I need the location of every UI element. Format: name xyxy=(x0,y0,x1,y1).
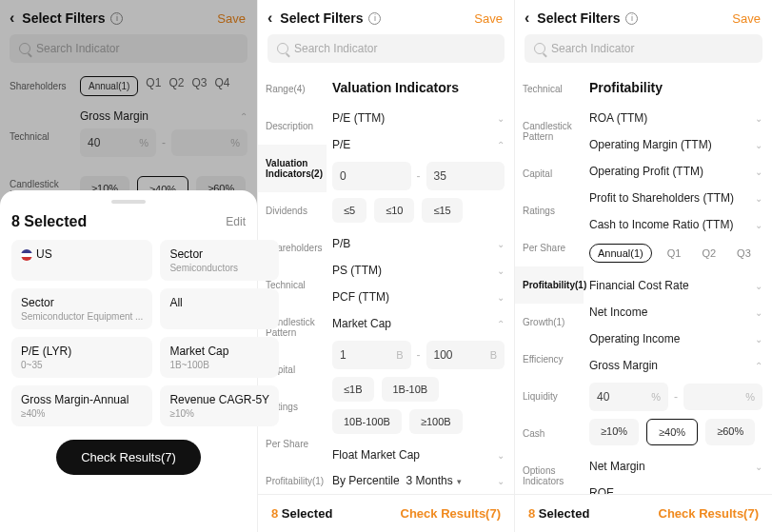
info-icon[interactable]: i xyxy=(625,12,638,25)
chevron-down-icon xyxy=(497,113,505,124)
indicator-net-income[interactable]: Net Income xyxy=(589,299,762,325)
filter-card[interactable]: All xyxy=(160,288,279,329)
sidebar-item-candlestick[interactable]: Candlestick Pattern xyxy=(515,108,584,155)
filter-card[interactable]: US xyxy=(11,240,152,281)
sidebar-item-efficiency[interactable]: Efficiency xyxy=(515,341,584,378)
indicator-profit-sh[interactable]: Profit to Shareholders (TTM) xyxy=(589,185,762,211)
chevron-down-icon xyxy=(497,239,505,249)
pe-to-input[interactable]: 35 xyxy=(426,162,505,190)
indicator-pcf[interactable]: PCF (TTM) xyxy=(332,284,505,310)
sidebar-item-dividends[interactable]: Dividends xyxy=(258,192,327,229)
gm-to-input[interactable]: % xyxy=(683,384,762,410)
indicator-roa[interactable]: ROA (TTM) xyxy=(589,105,762,131)
indicator-roe[interactable]: ROE xyxy=(589,480,762,494)
mcap-to-input[interactable]: 100B xyxy=(426,341,505,369)
period-q2[interactable]: Q2 xyxy=(696,244,722,263)
check-results-button[interactable]: Check Results(7) xyxy=(659,506,759,521)
mcap-chip-10-100b[interactable]: 10B-100B xyxy=(332,409,402,434)
save-button[interactable]: Save xyxy=(732,11,761,26)
mcap-chip-100b[interactable]: ≥100B xyxy=(409,409,463,434)
sidebar-item-growth[interactable]: Growth(1) xyxy=(515,304,584,341)
chevron-down-icon xyxy=(497,476,505,486)
sidebar-item-pershare[interactable]: Per Share xyxy=(258,425,327,463)
mcap-chip-1b[interactable]: ≤1B xyxy=(332,377,374,402)
sidebar-item-profitability[interactable]: Profitability(1) xyxy=(258,463,327,494)
info-icon[interactable]: i xyxy=(368,12,381,25)
back-icon[interactable]: ‹ xyxy=(525,10,529,27)
filter-card[interactable]: SectorSemiconductors xyxy=(160,240,279,281)
sidebar-item-liquidity[interactable]: Liquidity xyxy=(515,378,584,415)
sheet-title: 8 Selected xyxy=(11,213,87,230)
indicator-marketcap[interactable]: Market Cap xyxy=(332,310,505,337)
indicator-op-margin[interactable]: Operating Margin (TTM) xyxy=(589,131,762,158)
page-title: Select Filters xyxy=(537,10,620,26)
footer-selected[interactable]: 8 Selected xyxy=(271,506,332,521)
gm-from-input[interactable]: 40% xyxy=(589,383,668,411)
filter-card[interactable]: Gross Margin-Annual≥40% xyxy=(11,385,152,426)
search-input[interactable]: Search Indicator xyxy=(267,34,505,63)
mcap-from-input[interactable]: 1B xyxy=(332,341,411,369)
gm-chip-60[interactable]: ≥60% xyxy=(705,419,755,445)
by-percentile-row[interactable]: By Percentile 3 Months▾ xyxy=(332,468,505,493)
search-icon xyxy=(534,43,545,54)
mcap-chip-1-10b[interactable]: 1B-10B xyxy=(382,377,440,402)
check-results-button[interactable]: Check Results(7) xyxy=(56,440,201,475)
indicator-net-margin[interactable]: Net Margin xyxy=(589,453,762,480)
indicator-cash-income[interactable]: Cash to Income Ratio (TTM) xyxy=(589,211,762,238)
sidebar-item-ratings[interactable]: Ratings xyxy=(515,192,584,229)
check-results-button[interactable]: Check Results(7) xyxy=(401,506,501,521)
search-placeholder: Search Indicator xyxy=(294,42,377,55)
footer-selected[interactable]: 8 Selected xyxy=(528,506,589,521)
save-button[interactable]: Save xyxy=(474,11,503,26)
sidebar-item-range[interactable]: Range(4) xyxy=(258,70,327,108)
indicator-ps[interactable]: PS (TTM) xyxy=(332,257,505,284)
pe-chip-15[interactable]: ≤15 xyxy=(422,198,462,223)
chevron-down-icon xyxy=(755,281,762,291)
filter-card[interactable]: P/E (LYR)0~35 xyxy=(11,337,152,378)
sidebar-item-valuation[interactable]: Valuation Indicators(2) xyxy=(258,145,327,192)
gm-chip-40[interactable]: ≥40% xyxy=(646,419,698,445)
sidebar-item-options[interactable]: Options Indicators xyxy=(515,452,584,494)
indicator-pe[interactable]: P/E xyxy=(332,131,505,158)
search-placeholder: Search Indicator xyxy=(551,42,634,55)
edit-button[interactable]: Edit xyxy=(226,215,246,228)
sidebar-item-pershare[interactable]: Per Share xyxy=(515,229,584,266)
pe-chip-5[interactable]: ≤5 xyxy=(332,198,366,223)
indicator-gross-margin[interactable]: Gross Margin xyxy=(589,352,762,379)
sidebar-item-description[interactable]: Description xyxy=(258,108,327,145)
search-icon xyxy=(277,43,288,54)
gm-chip-10[interactable]: ≥10% xyxy=(589,419,639,445)
period-q1[interactable]: Q1 xyxy=(662,244,687,263)
sidebar-item-technical[interactable]: Technical xyxy=(515,70,584,108)
chevron-down-icon xyxy=(755,140,762,150)
chevron-down-icon xyxy=(755,167,762,177)
filter-card[interactable]: SectorSemiconductor Equipment ... xyxy=(11,288,152,329)
period-q4[interactable]: Q4 xyxy=(766,244,772,263)
period-annual[interactable]: Annual(1) xyxy=(589,244,652,263)
chevron-down-icon xyxy=(497,450,505,461)
indicator-pe-ttm[interactable]: P/E (TTM) xyxy=(332,105,505,131)
sidebar-item-profitability[interactable]: Profitability(1) xyxy=(515,266,584,304)
indicator-float-mcap[interactable]: Float Market Cap xyxy=(332,442,505,468)
filter-card[interactable]: Market Cap1B~100B xyxy=(160,337,279,378)
indicator-pb[interactable]: P/B xyxy=(332,230,505,257)
period-q3[interactable]: Q3 xyxy=(731,244,757,263)
page-title: Select Filters xyxy=(280,10,363,26)
filter-card[interactable]: Revenue CAGR-5Y≥10% xyxy=(160,385,279,426)
us-flag-icon xyxy=(21,249,32,261)
section-title: Profitability xyxy=(589,80,762,95)
back-icon[interactable]: ‹ xyxy=(267,10,272,27)
chevron-down-icon xyxy=(755,462,762,472)
indicator-op-income[interactable]: Operating Income xyxy=(589,325,762,352)
indicator-fcr[interactable]: Financial Cost Rate xyxy=(589,272,762,299)
search-input[interactable]: Search Indicator xyxy=(525,34,762,63)
pe-chip-10[interactable]: ≤10 xyxy=(374,198,414,223)
sidebar-item-capital[interactable]: Capital xyxy=(515,155,584,192)
chevron-down-icon xyxy=(497,292,505,303)
indicator-op-profit[interactable]: Operating Profit (TTM) xyxy=(589,158,762,185)
chevron-down-icon xyxy=(755,307,762,318)
chevron-up-icon xyxy=(497,319,505,329)
sidebar-item-cash[interactable]: Cash xyxy=(515,415,584,452)
drag-handle[interactable] xyxy=(111,200,146,204)
pe-from-input[interactable]: 0 xyxy=(332,162,411,190)
